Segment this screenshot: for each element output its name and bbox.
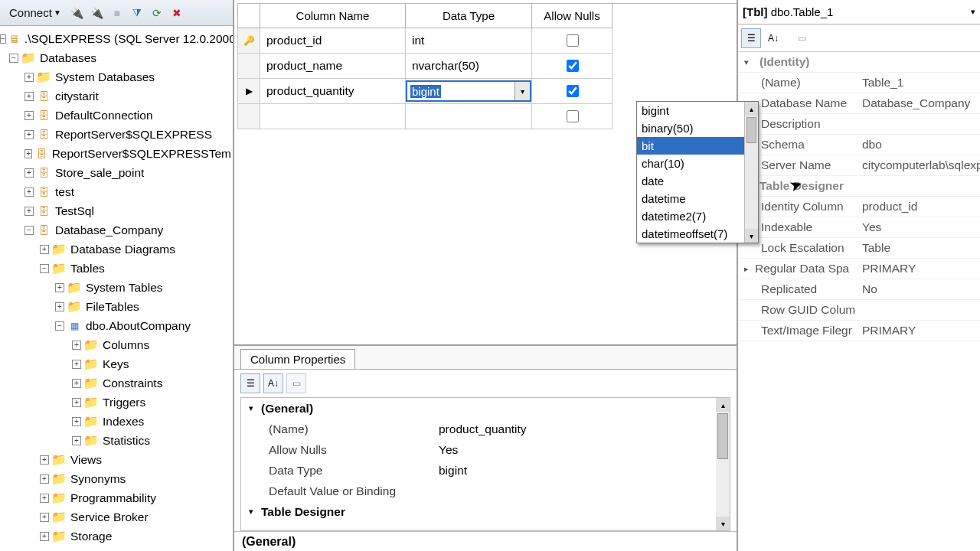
collapse-icon[interactable]: −: [40, 264, 49, 273]
cell-column-name[interactable]: product_name: [260, 54, 406, 79]
header-data-type[interactable]: Data Type: [406, 4, 532, 28]
expand-icon[interactable]: +: [55, 302, 64, 311]
prop-value[interactable]: Database_Company: [862, 96, 980, 110]
stop-icon[interactable]: ■: [109, 5, 126, 21]
expand-icon[interactable]: +: [72, 398, 81, 407]
categorized-icon[interactable]: ☰: [240, 373, 260, 393]
expand-icon[interactable]: +: [72, 417, 81, 426]
refresh-icon[interactable]: ⟳: [149, 5, 165, 21]
tree-item[interactable]: Synonyms: [69, 472, 127, 486]
disconnect-icon[interactable]: 🔌: [89, 5, 106, 21]
property-pages-icon[interactable]: ▭: [286, 373, 306, 393]
allow-nulls-checkbox[interactable]: [567, 85, 579, 97]
expand-icon[interactable]: +: [24, 73, 34, 82]
collapse-icon[interactable]: ▾: [249, 507, 261, 517]
property-pages-icon[interactable]: ▭: [792, 28, 812, 48]
expand-icon[interactable]: +: [40, 455, 49, 465]
tree-item[interactable]: dbo.AboutCompany: [84, 319, 192, 333]
expand-icon[interactable]: +: [72, 360, 81, 369]
dropdown-option[interactable]: bit: [637, 137, 758, 155]
expand-icon[interactable]: ▸: [738, 264, 755, 274]
tree-item[interactable]: Store_sale_point: [54, 166, 145, 180]
tree-item[interactable]: System Tables: [84, 281, 165, 295]
prop-value[interactable]: PRIMARY: [862, 262, 980, 276]
dropdown-option[interactable]: char(10): [637, 155, 758, 172]
tree-item[interactable]: ReportServer$SQLEXPRESSTem: [51, 147, 233, 161]
dropdown-option[interactable]: datetime: [637, 190, 758, 207]
connect-button[interactable]: Connect▼: [5, 5, 66, 20]
prop-value[interactable]: dbo: [862, 138, 980, 152]
dropdown-icon[interactable]: ▾: [971, 7, 975, 17]
tree-item[interactable]: citystarit: [54, 90, 100, 103]
expand-icon[interactable]: +: [40, 474, 49, 484]
tree-item[interactable]: Triggers: [101, 396, 147, 409]
tree-item[interactable]: ReportServer$SQLEXPRESS: [54, 128, 214, 142]
scroll-up-icon[interactable]: ▴: [745, 102, 758, 116]
expand-icon[interactable]: +: [72, 341, 81, 350]
properties-grid[interactable]: ▾(Identity) (Name)Table_1 Database NameD…: [738, 52, 980, 551]
category-identity[interactable]: (Identity): [755, 55, 809, 69]
tree-item[interactable]: Keys: [101, 357, 130, 371]
expand-icon[interactable]: +: [72, 436, 81, 445]
scroll-down-icon[interactable]: ▾: [745, 229, 758, 243]
row-selector[interactable]: [237, 54, 260, 79]
scroll-thumb[interactable]: [746, 117, 756, 143]
prop-value[interactable]: citycomputerlab\sqlexpr: [862, 158, 980, 172]
scroll-thumb[interactable]: [717, 413, 728, 459]
column-properties-grid[interactable]: ▾(General) (Name)product_quantity Allow …: [240, 397, 730, 531]
tree-item[interactable]: test: [54, 185, 76, 199]
prop-value[interactable]: product_quantity: [439, 422, 730, 436]
category-general[interactable]: (General): [261, 402, 313, 416]
row-selector[interactable]: ▶: [237, 79, 260, 104]
dropdown-option[interactable]: bigint: [637, 102, 758, 119]
allow-nulls-checkbox[interactable]: [567, 110, 579, 122]
data-type-combobox[interactable]: bigint ▾: [406, 80, 531, 102]
scroll-up-icon[interactable]: ▴: [716, 398, 730, 412]
cell-data-type[interactable]: nvarchar(50): [406, 54, 532, 79]
expand-icon[interactable]: +: [24, 168, 34, 178]
tree-item[interactable]: Tables: [69, 262, 106, 276]
scroll-down-icon[interactable]: ▾: [716, 517, 730, 530]
dropdown-option[interactable]: datetime2(7): [637, 207, 758, 225]
collapse-icon[interactable]: −: [24, 226, 34, 235]
expand-icon[interactable]: +: [40, 494, 49, 503]
tree-item[interactable]: Views: [69, 453, 103, 467]
tree-item[interactable]: Statistics: [101, 434, 152, 448]
data-type-dropdown[interactable]: bigintbinary(50)bitchar(10)datedatetimed…: [636, 101, 759, 243]
cell-allow-nulls[interactable]: [532, 54, 612, 79]
cell-column-name[interactable]: product_quantity: [260, 79, 406, 104]
tree-item[interactable]: Database Diagrams: [69, 243, 177, 256]
tree-item[interactable]: FileTables: [84, 300, 141, 314]
expand-icon[interactable]: +: [24, 130, 34, 139]
row-selector[interactable]: 🔑: [237, 28, 260, 54]
tree-item[interactable]: Database_Company: [54, 223, 165, 237]
dropdown-option[interactable]: date: [637, 172, 758, 190]
prop-value[interactable]: Table: [862, 241, 980, 255]
expand-icon[interactable]: +: [72, 379, 81, 388]
cell-allow-nulls[interactable]: [532, 104, 612, 129]
tree-item[interactable]: Service Broker: [69, 510, 150, 524]
dropdown-option[interactable]: binary(50): [637, 119, 758, 137]
header-column-name[interactable]: Column Name: [260, 4, 406, 28]
delete-icon[interactable]: ✖: [168, 5, 185, 21]
tree-item[interactable]: Constraints: [101, 377, 164, 390]
prop-value[interactable]: Table_1: [862, 76, 980, 90]
prop-value[interactable]: Yes: [439, 443, 730, 457]
expand-icon[interactable]: +: [24, 92, 34, 101]
allow-nulls-checkbox[interactable]: [567, 34, 579, 47]
prop-value[interactable]: bigint: [439, 464, 730, 478]
collapse-icon[interactable]: −: [55, 321, 64, 331]
tree-item[interactable]: Storage: [69, 530, 113, 543]
expand-icon[interactable]: +: [40, 532, 49, 541]
tree-item[interactable]: Columns: [101, 338, 151, 352]
cell-data-type[interactable]: int: [406, 28, 532, 54]
header-allow-nulls[interactable]: Allow Nulls: [532, 4, 612, 28]
object-explorer-tree[interactable]: −🖥.\SQLEXPRESS (SQL Server 12.0.2000 - −…: [0, 26, 233, 551]
dropdown-button[interactable]: ▾: [514, 82, 530, 100]
add-connection-icon[interactable]: 🔌: [69, 5, 86, 21]
category-table-designer[interactable]: Table Designer: [261, 505, 345, 519]
server-node[interactable]: .\SQLEXPRESS (SQL Server 12.0.2000 -: [23, 32, 233, 46]
cell-data-type-editing[interactable]: bigint ▾: [406, 79, 532, 104]
tree-item[interactable]: TestSql: [54, 204, 96, 218]
dropdown-scrollbar[interactable]: ▴ ▾: [744, 102, 758, 243]
